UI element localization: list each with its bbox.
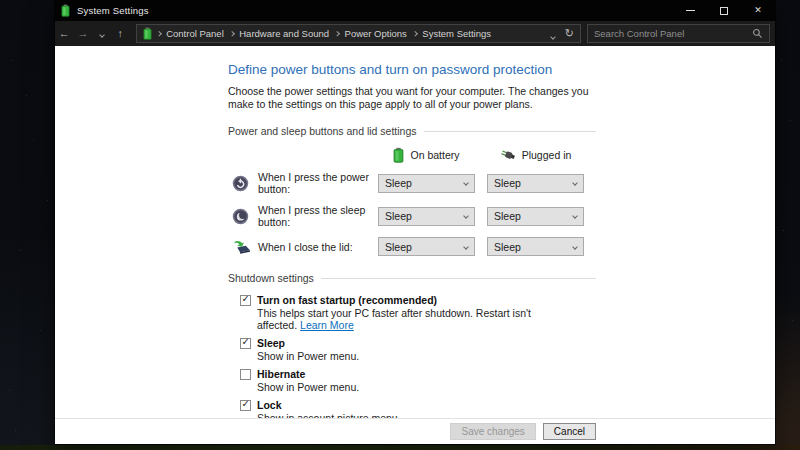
power-button-row: When I press the power button: Sleep Sle… [232,171,596,195]
forward-button[interactable]: → [74,21,93,46]
sleep-description: Show in Power menu. [257,350,596,362]
power-settings-group-label: Power and sleep buttons and lid settings [228,125,417,137]
system-settings-window: System Settings ✕ ← → ↑ Control Panel Ha… [55,0,775,444]
breadcrumb-item-control-panel[interactable]: Control Panel [161,28,229,39]
chevron-down-icon [572,180,578,186]
chevron-down-icon [463,244,469,250]
maximize-button[interactable] [707,0,741,21]
fast-startup-description-text: This helps start your PC faster after sh… [257,307,531,331]
battery-icon [61,4,70,17]
selected-value: Sleep [494,177,521,189]
plug-icon [500,149,516,162]
navigation-bar: ← → ↑ Control Panel Hardware and Sound P… [55,21,775,46]
sleep-item: Sleep Show in Power menu. [240,337,596,362]
page-title: Define power buttons and turn on passwor… [228,62,596,77]
close-lid-label: When I close the lid: [258,241,378,253]
close-lid-plugged-in-select[interactable]: Sleep [487,237,584,256]
hibernate-checkbox[interactable] [240,369,251,380]
sleep-label: Sleep [257,337,285,349]
chevron-down-icon [550,34,556,40]
divider [424,131,596,132]
maximize-icon [720,7,728,15]
power-button-on-battery-select[interactable]: Sleep [378,174,475,193]
back-button[interactable]: ← [55,21,74,46]
search-box[interactable] [587,24,770,43]
sleep-button-row: When I press the sleep button: Sleep Sle… [232,204,596,228]
plugged-in-label: Plugged in [522,149,572,161]
fast-startup-item: Turn on fast startup (recommended) This … [240,294,596,331]
refresh-button[interactable]: ↻ [565,28,574,39]
title-bar[interactable]: System Settings ✕ [55,0,775,21]
window-title: System Settings [77,5,149,16]
chevron-down-icon [572,213,578,219]
close-lid-on-battery-select[interactable]: Sleep [378,237,475,256]
lid-icon [232,238,258,255]
selected-value: Sleep [494,210,521,222]
on-battery-column-header: On battery [378,147,475,163]
minimize-icon [686,10,695,11]
power-button-label: When I press the power button: [258,171,378,195]
fast-startup-description: This helps start your PC faster after sh… [257,307,596,331]
chevron-right-glyph [229,31,234,36]
fast-startup-label: Turn on fast startup (recommended) [257,294,437,306]
breadcrumb-item-system-settings[interactable]: System Settings [417,28,496,39]
breadcrumb-item-power-options[interactable]: Power Options [340,28,412,39]
stars [0,0,1,1]
lock-checkbox[interactable] [240,400,251,411]
power-button-plugged-in-select[interactable]: Sleep [487,174,584,193]
cancel-button[interactable]: Cancel [543,423,596,440]
close-icon: ✕ [754,6,762,15]
plugged-in-column-header: Plugged in [487,149,584,162]
battery-icon [143,27,152,40]
selected-value: Sleep [385,210,412,222]
hibernate-label: Hibernate [257,368,305,380]
column-header-row: On battery Plugged in [232,147,596,163]
selected-value: Sleep [385,177,412,189]
shutdown-settings-group-header: Shutdown settings [228,272,596,284]
search-input[interactable] [594,28,752,39]
shutdown-settings-group-label: Shutdown settings [228,272,314,284]
sleep-button-on-battery-select[interactable]: Sleep [378,207,475,226]
on-battery-label: On battery [410,149,459,161]
power-button-icon [232,175,258,192]
close-lid-row: When I close the lid: Sleep Sleep [232,237,596,256]
selected-value: Sleep [385,241,412,253]
lock-label: Lock [257,399,282,411]
fast-startup-checkbox[interactable] [240,295,251,306]
power-settings-group-header: Power and sleep buttons and lid settings [228,125,596,137]
recent-locations-chevron[interactable] [92,21,111,46]
footer-bar: Save changes Cancel [55,418,775,444]
close-button[interactable]: ✕ [741,0,775,21]
chevron-down-icon [463,180,469,186]
up-button[interactable]: ↑ [111,21,130,46]
chevron-down-icon [99,32,105,38]
battery-icon [393,147,404,163]
chevron-down-icon [463,213,469,219]
search-icon [752,28,763,39]
chevron-down-icon [572,244,578,250]
breadcrumb-item-hardware-and-sound[interactable]: Hardware and Sound [234,28,334,39]
divider [321,278,596,279]
hibernate-description: Show in Power menu. [257,381,596,393]
hibernate-item: Hibernate Show in Power menu. [240,368,596,393]
sleep-button-plugged-in-select[interactable]: Sleep [487,207,584,226]
intro-text: Choose the power settings that you want … [228,85,598,111]
chevron-right-glyph [334,31,339,36]
save-changes-button[interactable]: Save changes [450,423,535,440]
content-area: Define power buttons and turn on passwor… [55,46,775,444]
address-bar[interactable]: Control Panel Hardware and Sound Power O… [136,24,581,43]
minimize-button[interactable] [673,0,707,21]
address-dropdown-button[interactable] [551,25,555,43]
sleep-checkbox[interactable] [240,338,251,349]
chevron-right-glyph [412,31,417,36]
selected-value: Sleep [494,241,521,253]
chevron-right-glyph [156,31,161,36]
sleep-button-label: When I press the sleep button: [258,204,378,228]
learn-more-link[interactable]: Learn More [300,319,354,331]
sleep-button-icon [232,208,258,225]
